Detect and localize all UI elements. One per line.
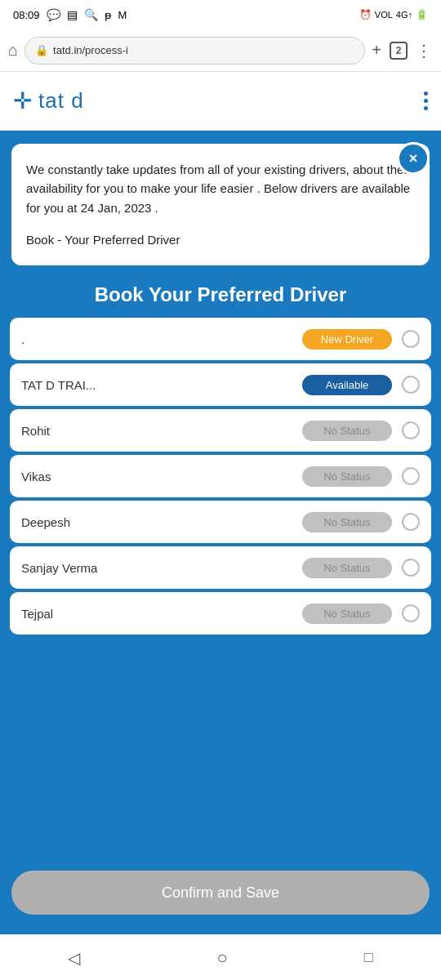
alarm-icon: ⏰ [359, 9, 372, 20]
info-card: We constantly take updates from all of y… [11, 144, 430, 265]
status-time: 08:09 [13, 9, 40, 21]
url-bar[interactable]: 🔒 tatd.in/process-i [24, 37, 365, 65]
logo-container: ✛ tat d [13, 87, 84, 114]
driver-row[interactable]: Vikas No Status [10, 455, 431, 497]
info-text: We constantly take updates from all of y… [26, 160, 415, 217]
driver-row[interactable]: Tejpal No Status [10, 592, 431, 635]
search-icon: 🔍 [84, 8, 98, 21]
home-icon[interactable]: ⌂ [8, 41, 18, 60]
driver-name-tejpal: Tejpal [21, 607, 302, 621]
mail-icon: M [118, 9, 127, 21]
driver-name-deepesh: Deepesh [21, 515, 302, 529]
network-icon: 4G↑ [396, 10, 412, 20]
radio-btn-1[interactable] [402, 330, 420, 348]
battery-icon: 🔋 [416, 9, 428, 20]
header-menu-button[interactable] [424, 91, 428, 110]
app-header: ✛ tat d [0, 72, 441, 131]
status-badge-available: Available [302, 375, 392, 395]
driver-row[interactable]: Deepesh No Status [10, 501, 431, 543]
status-badge-rohit: No Status [302, 421, 392, 441]
book-line: Book - Your Preferred Driver [26, 230, 415, 249]
driver-row[interactable]: Sanjay Verma No Status [10, 546, 431, 589]
browser-actions: + 2 ⋮ [372, 41, 433, 60]
more-menu-icon[interactable]: ⋮ [416, 41, 433, 60]
dot-2 [424, 99, 428, 103]
modal-area: × We constantly take updates from all of… [0, 131, 441, 934]
status-left: 08:09 💬 ▤ 🔍 ᵽ M [13, 8, 127, 21]
browser-icon: ▤ [67, 8, 78, 21]
add-tab-icon[interactable]: + [372, 41, 381, 60]
driver-list: . New Driver TAT D TRAI... Available Roh… [0, 318, 441, 635]
lock-icon: 🔒 [35, 44, 48, 56]
status-badge-vikas: No Status [302, 466, 392, 487]
back-icon[interactable]: ◁ [68, 948, 80, 968]
driver-name-tatd: TAT D TRAI... [21, 378, 302, 392]
driver-name-vikas: Vikas [21, 470, 302, 483]
browser-bar: ⌂ 🔒 tatd.in/process-i + 2 ⋮ [0, 29, 441, 72]
radio-btn-5[interactable] [402, 513, 420, 531]
recents-icon[interactable]: □ [364, 949, 373, 966]
driver-row[interactable]: Rohit No Status [10, 409, 431, 452]
status-badge-tejpal: No Status [302, 604, 392, 624]
url-text: tatd.in/process-i [53, 44, 128, 56]
driver-row[interactable]: . New Driver [10, 318, 431, 360]
dot-3 [424, 106, 428, 110]
status-bar: 08:09 💬 ▤ 🔍 ᵽ M ⏰ VOL 4G↑ 🔋 [0, 0, 441, 29]
radio-btn-4[interactable] [402, 467, 420, 485]
confirm-save-button[interactable]: Confirm and Save [11, 871, 430, 915]
radio-btn-3[interactable] [402, 421, 420, 439]
vol-icon: VOL [375, 10, 393, 20]
status-badge-sanjay: No Status [302, 558, 392, 578]
driver-name-dot: . [21, 332, 302, 346]
status-right: ⏰ VOL 4G↑ 🔋 [359, 9, 428, 20]
radio-btn-7[interactable] [402, 604, 420, 622]
status-badge-new: New Driver [302, 329, 392, 350]
driver-row[interactable]: TAT D TRAI... Available [10, 363, 431, 406]
whatsapp-icon: 💬 [47, 8, 60, 21]
radio-btn-6[interactable] [402, 559, 420, 577]
tab-count[interactable]: 2 [390, 42, 408, 60]
dot-1 [424, 91, 428, 96]
section-title: Book Your Preferred Driver [0, 283, 441, 306]
logo-text: tat d [38, 88, 84, 114]
home-nav-icon[interactable]: ○ [216, 947, 227, 969]
driver-name-sanjay: Sanjay Verma [21, 561, 302, 575]
close-button[interactable]: × [397, 142, 430, 175]
bottom-nav: ◁ ○ □ [0, 934, 441, 980]
logo-icon: ✛ [13, 87, 32, 114]
driver-name-rohit: Rohit [21, 424, 302, 438]
status-badge-deepesh: No Status [302, 512, 392, 532]
signal-icon: ᵽ [105, 9, 112, 21]
radio-btn-2[interactable] [402, 376, 420, 394]
